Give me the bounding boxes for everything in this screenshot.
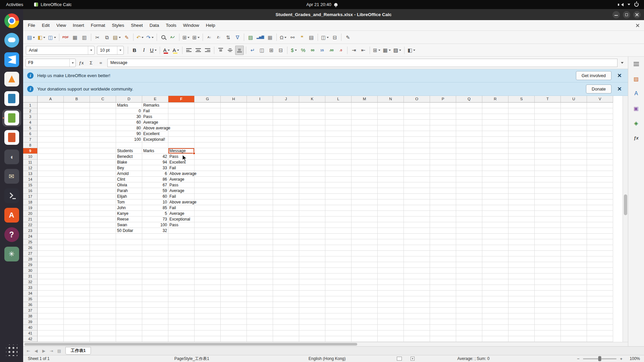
cell-O36[interactable] [404,302,430,308]
cell-L9[interactable] [325,148,352,154]
cell-T5[interactable] [535,125,561,131]
cell-G17[interactable] [195,194,221,199]
cell-J17[interactable] [273,194,299,199]
cell-V28[interactable] [587,256,613,262]
cell-T4[interactable] [535,120,561,125]
cell-A3[interactable] [38,114,64,120]
cell-I29[interactable] [247,262,273,268]
cell-K38[interactable] [299,313,325,319]
cell-M32[interactable] [352,279,378,285]
cell-F12[interactable]: Fail [168,165,195,171]
zoom-in-button[interactable]: + [619,356,623,361]
cell-K8[interactable] [299,142,325,148]
cell-S40[interactable] [508,325,535,330]
cell-A31[interactable] [38,274,64,279]
cell-G28[interactable] [195,256,221,262]
cell-S32[interactable] [508,279,535,285]
cell-U36[interactable] [561,302,587,308]
cell-N31[interactable] [378,274,404,279]
cell-E15[interactable]: 67 [142,182,168,188]
cell-P13[interactable] [430,171,456,177]
cell-S28[interactable] [508,256,535,262]
cell-M13[interactable] [352,171,378,177]
cell-S3[interactable] [508,114,535,120]
cell-J4[interactable] [273,120,299,125]
cell-A2[interactable] [38,108,64,114]
cell-N4[interactable] [378,120,404,125]
cell-I10[interactable] [247,154,273,160]
cell-L22[interactable] [325,222,352,228]
cell-T30[interactable] [535,268,561,274]
cell-R4[interactable] [482,120,508,125]
cell-C2[interactable] [90,108,116,114]
cell-R15[interactable] [482,182,508,188]
cell-I32[interactable] [247,279,273,285]
cell-F24[interactable] [168,234,195,239]
cell-K17[interactable] [299,194,325,199]
cell-F27[interactable] [168,251,195,256]
cell-E18[interactable]: 10 [142,199,168,205]
cell-G4[interactable] [195,120,221,125]
cell-K28[interactable] [299,256,325,262]
cell-O16[interactable] [404,188,430,194]
cell-E1[interactable]: Remarks [142,103,168,108]
cell-G30[interactable] [195,268,221,274]
find-and-replace-button[interactable] [159,33,168,42]
cell-B31[interactable] [64,274,90,279]
cell-U28[interactable] [561,256,587,262]
cell-L2[interactable] [325,108,352,114]
select-all-corner[interactable] [23,96,38,103]
cell-U11[interactable] [561,160,587,165]
cell-V33[interactable] [587,285,613,291]
cell-D36[interactable] [116,302,142,308]
borders-button[interactable]: ⊞ [372,46,381,55]
cell-O12[interactable] [404,165,430,171]
cell-G38[interactable] [195,313,221,319]
cell-M36[interactable] [352,302,378,308]
cell-K36[interactable] [299,302,325,308]
cell-M33[interactable] [352,285,378,291]
cell-Q23[interactable] [456,228,482,234]
cell-T38[interactable] [535,313,561,319]
row-header-16[interactable]: 16 [23,188,38,194]
cell-H7[interactable] [221,137,247,142]
row-header-31[interactable]: 31 [23,274,38,279]
selection-mode-icon[interactable] [397,357,402,361]
cell-H38[interactable] [221,313,247,319]
cell-M35[interactable] [352,296,378,302]
chevron-down-icon[interactable] [117,46,123,54]
insert-chart-button[interactable]: ▂▅▇ [256,33,265,42]
cell-C19[interactable] [90,205,116,211]
close-document-button[interactable] [633,20,643,31]
cell-R42[interactable] [482,336,508,342]
cell-L34[interactable] [325,291,352,296]
cell-F6[interactable] [168,131,195,137]
cell-F17[interactable]: Fail [168,194,195,199]
cell-D18[interactable]: Tom [116,199,142,205]
cell-M7[interactable] [352,137,378,142]
cell-P27[interactable] [430,251,456,256]
cell-K25[interactable] [299,239,325,245]
formula-input-line[interactable]: Message [107,59,618,67]
cell-M4[interactable] [352,120,378,125]
cell-C32[interactable] [90,279,116,285]
cell-N24[interactable] [378,234,404,239]
cell-L3[interactable] [325,114,352,120]
cell-J23[interactable] [273,228,299,234]
row-header-11[interactable]: 11 [23,160,38,165]
cell-P21[interactable] [430,217,456,222]
cell-P4[interactable] [430,120,456,125]
cell-D17[interactable]: Elijah [116,194,142,199]
cell-C12[interactable] [90,165,116,171]
copy-button[interactable]: ⧉ [103,33,111,42]
cell-V19[interactable] [587,205,613,211]
cell-C42[interactable] [90,336,116,342]
cell-T2[interactable] [535,108,561,114]
cell-N42[interactable] [378,336,404,342]
cell-Q19[interactable] [456,205,482,211]
cell-V8[interactable] [587,142,613,148]
cell-L27[interactable] [325,251,352,256]
column-header-M[interactable]: M [352,96,378,103]
merge-and-center-cells-button[interactable]: ◫ [258,46,266,55]
cell-D15[interactable]: Olivia [116,182,142,188]
